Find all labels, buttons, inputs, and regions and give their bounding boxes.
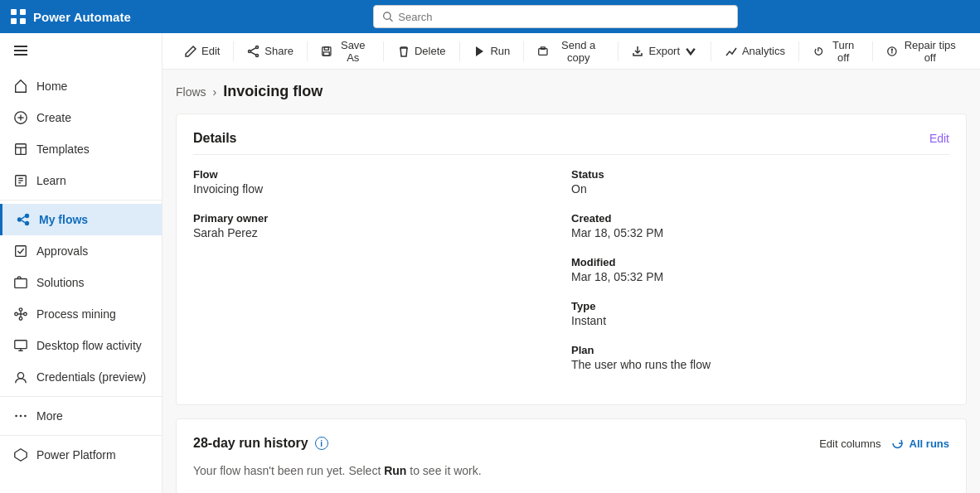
sidebar-item-home[interactable]: Home (0, 70, 162, 102)
sidebar-item-learn[interactable]: Learn (0, 165, 162, 196)
sidebar-label-learn: Learn (36, 174, 66, 187)
details-grid: Flow Invoicing flow Primary owner Sarah … (193, 168, 949, 388)
sidebar-label-power-platform: Power Platform (36, 448, 116, 462)
sidebar-item-templates[interactable]: Templates (0, 133, 162, 165)
sidebar-item-desktop-flow[interactable]: Desktop flow activity (0, 330, 162, 361)
share-button[interactable]: Share (239, 40, 302, 63)
info-icon[interactable]: i (315, 437, 328, 450)
sidebar-label-approvals: Approvals (36, 244, 88, 258)
toolbar-sep-9 (872, 41, 873, 61)
svg-marker-38 (15, 449, 27, 461)
sidebar-item-power-platform[interactable]: Power Platform (0, 439, 162, 471)
detail-right: Status On Created Mar 18, 05:32 PM Modif… (571, 168, 949, 388)
type-value: Instant (571, 314, 949, 327)
refresh-icon (891, 437, 905, 450)
run-icon (473, 45, 486, 58)
modified-label: Modified (571, 256, 949, 268)
sidebar-label-templates: Templates (36, 143, 90, 156)
run-history-title: 28-day run history (193, 436, 308, 451)
sidebar-item-approvals[interactable]: Approvals (0, 235, 162, 267)
sidebar: Home Create Templates Learn (0, 33, 163, 493)
desktop-icon (13, 338, 28, 353)
svg-marker-46 (476, 46, 483, 56)
svg-rect-1 (20, 9, 26, 15)
toolbar-sep-8 (798, 41, 799, 61)
sidebar-item-credentials[interactable]: Credentials (preview) (0, 361, 162, 393)
toolbar-sep-7 (711, 41, 711, 61)
svg-rect-45 (324, 46, 328, 49)
save-icon (321, 45, 332, 58)
analytics-icon (725, 45, 738, 58)
search-input[interactable] (398, 11, 729, 23)
save-as-button[interactable]: Save As (313, 34, 378, 69)
run-history-actions: Edit columns All runs (819, 437, 949, 450)
process-icon (13, 307, 28, 321)
approvals-icon (13, 244, 28, 259)
sidebar-item-process-mining[interactable]: Process mining (0, 298, 162, 330)
send-icon (537, 45, 549, 58)
svg-rect-0 (11, 9, 17, 15)
empty-run-label: Run (384, 464, 406, 477)
detail-flow: Flow Invoicing flow Primary owner Sarah … (193, 168, 571, 388)
sidebar-item-more[interactable]: More (0, 400, 162, 432)
sidebar-label-home: Home (36, 80, 67, 93)
status-label: Status (571, 168, 949, 181)
analytics-button[interactable]: Analytics (716, 40, 793, 63)
sidebar-item-solutions[interactable]: Solutions (0, 267, 162, 298)
type-label: Type (571, 300, 949, 312)
status-value: On (571, 182, 949, 196)
sidebar-label-my-flows: My flows (39, 213, 88, 226)
delete-button[interactable]: Delete (389, 40, 454, 63)
toolbar-sep-3 (383, 41, 384, 61)
details-edit-link[interactable]: Edit (929, 132, 949, 145)
svg-point-4 (384, 12, 391, 19)
svg-rect-7 (14, 50, 27, 51)
repair-icon (886, 45, 898, 58)
details-card: Details Edit Flow Invoicing flow Primary… (176, 114, 967, 405)
top-nav: Power Automate (0, 0, 980, 33)
svg-rect-2 (11, 18, 17, 24)
run-empty-message: Your flow hasn't been run yet. Select Ru… (193, 464, 949, 477)
export-button[interactable]: Export (623, 40, 706, 63)
sidebar-label-create: Create (36, 111, 71, 124)
sidebar-divider-1 (0, 200, 162, 201)
details-card-header: Details Edit (193, 131, 949, 155)
turn-off-button[interactable]: Turn off (804, 34, 867, 69)
send-copy-button[interactable]: Send a copy (529, 34, 613, 69)
sidebar-label-solutions: Solutions (36, 276, 85, 289)
run-button[interactable]: Run (464, 40, 518, 63)
sidebar-item-create[interactable]: Create (0, 102, 162, 133)
svg-point-19 (25, 214, 29, 218)
svg-point-41 (249, 50, 251, 52)
sidebar-label-process-mining: Process mining (36, 307, 116, 321)
breadcrumb-parent[interactable]: Flows (176, 85, 206, 99)
sidebar-label-desktop-flow: Desktop flow activity (36, 339, 142, 352)
repair-tips-button[interactable]: Repair tips off (878, 34, 967, 69)
sidebar-divider-3 (0, 435, 162, 436)
sidebar-label-more: More (36, 409, 63, 423)
breadcrumb-current: Invoicing flow (223, 83, 323, 100)
credentials-icon (13, 370, 28, 384)
search-icon (382, 11, 393, 22)
toolbar-sep-4 (459, 41, 460, 61)
edit-columns-button[interactable]: Edit columns (819, 437, 881, 450)
all-runs-button[interactable]: All runs (891, 437, 949, 450)
created-value: Mar 18, 05:32 PM (571, 226, 949, 239)
svg-rect-24 (15, 279, 27, 288)
breadcrumb: Flows › Invoicing flow (176, 83, 967, 100)
svg-line-42 (251, 47, 256, 50)
more-icon (13, 408, 28, 423)
solutions-icon (13, 275, 28, 290)
svg-point-20 (25, 221, 29, 225)
sidebar-item-my-flows[interactable]: My flows (0, 204, 162, 235)
flow-value: Invoicing flow (193, 182, 571, 196)
edit-button[interactable]: Edit (176, 40, 228, 63)
plan-value: The user who runs the flow (571, 358, 949, 371)
power-icon (813, 45, 824, 58)
svg-point-35 (15, 415, 17, 418)
svg-point-34 (17, 373, 23, 379)
hamburger-button[interactable] (0, 33, 162, 70)
svg-line-22 (22, 220, 25, 223)
svg-line-21 (22, 216, 25, 219)
search-box[interactable] (373, 5, 738, 28)
